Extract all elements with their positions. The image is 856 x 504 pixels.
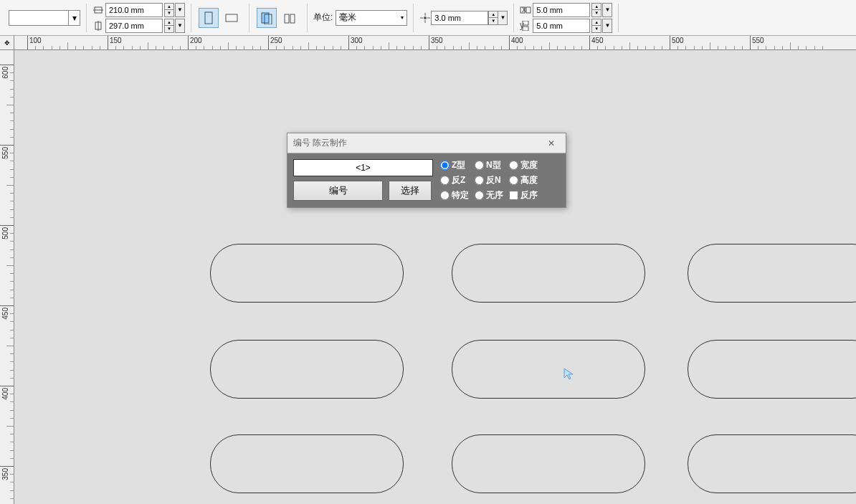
rounded-rect-shape[interactable]: [688, 434, 856, 493]
numbering-dialog: 编号 陈云制作 ✕ 编号 选择 Z型 N型 宽度 反Z 反N 高度 特定 无序: [287, 133, 566, 208]
workspace: ✥ 100150200250300350400450500550 6005505…: [0, 36, 856, 504]
rounded-rect-shape[interactable]: [210, 434, 404, 493]
select-button[interactable]: 选择: [389, 181, 432, 201]
ruler-vertical[interactable]: 600550500450400350: [0, 50, 14, 504]
page-height-spinner[interactable]: ▲▼: [164, 19, 174, 33]
nudge-input[interactable]: 3.0 mm: [431, 11, 488, 25]
radio-reverse-z[interactable]: 反Z: [440, 174, 469, 186]
svg-rect-4: [205, 12, 212, 24]
page-height-dropdown[interactable]: ▼: [175, 19, 185, 33]
close-icon[interactable]: ✕: [543, 136, 560, 151]
nudge-dropdown[interactable]: ▼: [498, 11, 508, 25]
units-value: 毫米: [339, 11, 356, 24]
radio-n[interactable]: N型: [475, 159, 503, 171]
units-select[interactable]: 毫米 ▾: [336, 10, 407, 26]
svg-rect-9: [290, 14, 295, 23]
page-apply-all-button[interactable]: [280, 8, 300, 28]
chevron-down-icon: ▾: [68, 11, 80, 25]
rounded-rect-shape[interactable]: [688, 244, 856, 303]
page-width-spinner[interactable]: ▲▼: [164, 3, 174, 17]
radio-height[interactable]: 高度: [509, 174, 538, 186]
preset-dropdown[interactable]: ▾: [9, 10, 80, 26]
page-apply-current-button[interactable]: [257, 8, 277, 28]
number-button[interactable]: 编号: [293, 181, 383, 201]
ruler-horizontal[interactable]: 100150200250300350400450500550: [14, 36, 856, 50]
chevron-down-icon: ▾: [401, 14, 404, 21]
page-height-icon: [92, 20, 104, 32]
page-width-input[interactable]: 210.0 mm: [105, 3, 163, 17]
portrait-button[interactable]: [199, 8, 219, 28]
page-height-input[interactable]: 297.0 mm: [105, 19, 163, 33]
toolbar: ▾ 210.0 mm ▲▼ ▼ 297.0 mm ▲▼ ▼: [0, 0, 856, 36]
radio-z[interactable]: Z型: [440, 159, 469, 171]
landscape-button[interactable]: [222, 8, 242, 28]
dup-y-spinner[interactable]: ▲▼: [591, 19, 601, 33]
dialog-title-text: 编号 陈云制作: [293, 137, 347, 149]
rounded-rect-shape[interactable]: [452, 434, 645, 493]
radio-random[interactable]: 无序: [475, 189, 503, 201]
units-label: 单位:: [313, 11, 333, 24]
radio-specific[interactable]: 特定: [440, 189, 469, 201]
dup-x-icon: x: [520, 4, 531, 16]
svg-rect-5: [226, 14, 237, 22]
svg-text:y: y: [520, 21, 524, 30]
rounded-rect-shape[interactable]: [210, 340, 404, 399]
radio-reverse-n[interactable]: 反N: [475, 174, 503, 186]
dup-y-input[interactable]: 5.0 mm: [533, 19, 590, 33]
dup-x-dropdown[interactable]: ▼: [602, 3, 612, 17]
svg-rect-8: [285, 14, 289, 23]
canvas[interactable]: [14, 50, 856, 504]
page-width-dropdown[interactable]: ▼: [175, 3, 185, 17]
dialog-titlebar[interactable]: 编号 陈云制作 ✕: [287, 133, 566, 153]
page-width-icon: [92, 4, 104, 16]
svg-point-10: [424, 16, 427, 19]
dup-y-icon: y: [520, 20, 531, 32]
dup-x-input[interactable]: 5.0 mm: [533, 3, 590, 17]
ruler-origin[interactable]: ✥: [0, 36, 14, 50]
radio-width[interactable]: 宽度: [509, 159, 538, 171]
svg-text:x: x: [522, 5, 526, 14]
rounded-rect-shape[interactable]: [688, 340, 856, 399]
rounded-rect-shape[interactable]: [452, 340, 645, 399]
rounded-rect-shape[interactable]: [452, 244, 645, 303]
nudge-icon: [419, 12, 431, 24]
dup-x-spinner[interactable]: ▲▼: [591, 3, 601, 17]
rounded-rect-shape[interactable]: [210, 244, 404, 303]
nudge-spinner[interactable]: ▲▼: [488, 11, 498, 25]
number-format-input[interactable]: [293, 159, 433, 176]
page: [22, 50, 856, 504]
checkbox-reverse[interactable]: 反序: [509, 189, 538, 201]
dup-y-dropdown[interactable]: ▼: [602, 19, 612, 33]
svg-rect-16: [526, 7, 531, 13]
